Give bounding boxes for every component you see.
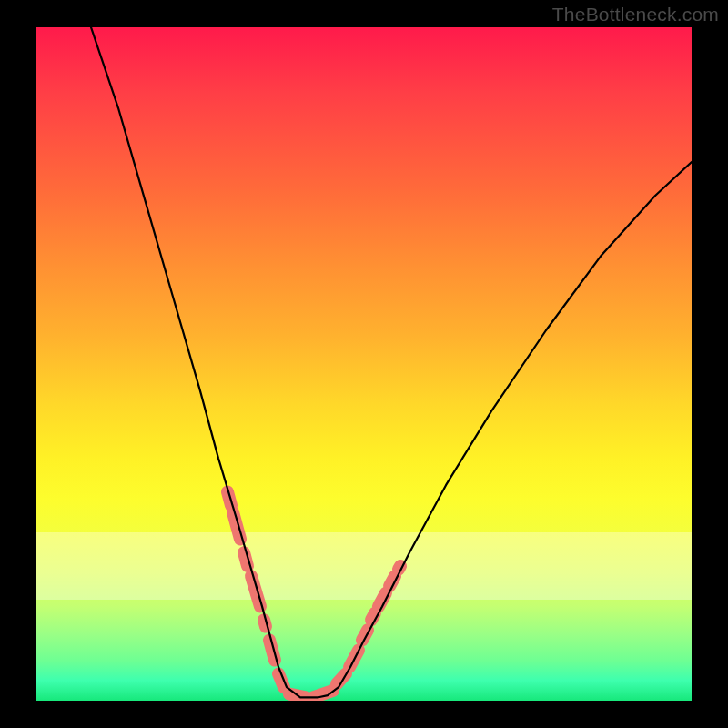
bottleneck-curve (91, 27, 692, 697)
chart-frame: TheBottleneck.com (0, 0, 728, 728)
chart-svg (36, 27, 692, 701)
plot-area (36, 27, 692, 701)
bead-overlay (228, 492, 400, 698)
watermark-label: TheBottleneck.com (552, 4, 719, 25)
bead-segment (251, 576, 260, 606)
